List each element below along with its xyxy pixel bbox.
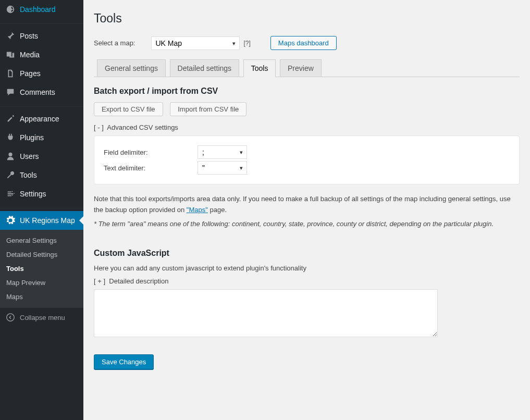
toggle-mark-icon: [ - ] xyxy=(94,123,104,131)
pages-icon xyxy=(5,68,16,79)
maps-dashboard-button[interactable]: Maps dashboard xyxy=(270,36,337,50)
footnote-text: * The term "area" means one of the follo… xyxy=(94,220,520,228)
sidebar-item-label: Dashboard xyxy=(20,5,56,14)
appearance-icon xyxy=(5,114,16,124)
sidebar-item-users[interactable]: Users xyxy=(0,147,83,166)
dashboard-icon xyxy=(5,4,16,15)
collapse-icon xyxy=(5,312,16,323)
sidebar-item-label: Posts xyxy=(20,32,38,40)
select-map-label: Select a map: xyxy=(94,39,135,47)
menu-separator xyxy=(0,206,83,208)
tab-preview[interactable]: Preview xyxy=(280,59,322,77)
map-select[interactable]: UK Map xyxy=(151,36,240,50)
gear-icon xyxy=(5,215,16,226)
tab-tools[interactable]: Tools xyxy=(243,59,276,77)
tab-general-settings[interactable]: General settings xyxy=(97,59,166,77)
section-heading-csv: Batch export / import from CSV xyxy=(94,87,520,96)
sidebar-item-pages[interactable]: Pages xyxy=(0,64,83,83)
advanced-csv-toggle[interactable]: [ - ] Advanced CSV settings xyxy=(94,123,520,131)
sidebar-item-label: Plugins xyxy=(20,133,44,142)
sidebar-item-settings[interactable]: Settings xyxy=(0,184,83,203)
sidebar-item-appearance[interactable]: Appearance xyxy=(0,109,83,128)
field-delimiter-label: Field delimiter: xyxy=(104,149,198,156)
toggle-mark-icon: [ + ] xyxy=(94,277,105,285)
text-delimiter-select[interactable]: " xyxy=(198,161,247,175)
settings-icon xyxy=(5,189,16,199)
help-icon[interactable]: [?] xyxy=(244,40,251,47)
menu-separator xyxy=(0,104,83,107)
svg-point-0 xyxy=(7,314,14,321)
sidebar-item-label: Pages xyxy=(20,69,41,78)
map-select-row: Select a map: UK Map [?] Maps dashboard xyxy=(94,36,520,50)
main-content: Tools Select a map: UK Map [?] Maps dash… xyxy=(83,0,530,420)
submenu-item-maps[interactable]: Maps xyxy=(0,290,83,304)
sidebar-item-label: Media xyxy=(20,51,40,59)
section-heading-js: Custom JavaScript xyxy=(94,249,520,258)
sidebar-item-label: Tools xyxy=(20,171,37,179)
detailed-description-toggle[interactable]: [ + ] Detailed description xyxy=(94,277,520,285)
collapse-menu[interactable]: Collapse menu xyxy=(0,307,83,327)
sidebar-item-uk-regions-map[interactable]: UK Regions Map xyxy=(0,211,83,230)
sidebar-item-label: Comments xyxy=(20,88,55,96)
sidebar-item-dashboard[interactable]: Dashboard xyxy=(0,0,83,19)
sidebar-item-media[interactable]: Media xyxy=(0,45,83,64)
submenu-item-map-preview[interactable]: Map Preview xyxy=(0,276,83,290)
admin-sidebar: Dashboard Posts Media Pages Comments App… xyxy=(0,0,83,420)
sidebar-item-comments[interactable]: Comments xyxy=(0,83,83,102)
custom-js-textarea[interactable] xyxy=(94,289,438,337)
submenu-item-tools[interactable]: Tools xyxy=(0,262,83,276)
export-csv-button[interactable]: Export to CSV file xyxy=(94,102,163,116)
toggle-label: Detailed description xyxy=(109,277,168,285)
submenu-item-general-settings[interactable]: General Settings xyxy=(0,233,83,248)
submenu: General Settings Detailed Settings Tools… xyxy=(0,230,83,307)
pin-icon xyxy=(5,31,16,41)
sidebar-item-tools[interactable]: Tools xyxy=(0,166,83,184)
menu-separator xyxy=(0,21,83,24)
users-icon xyxy=(5,151,16,162)
advanced-csv-panel: Field delimiter: ; Text delimiter: " xyxy=(94,135,520,184)
map-select-wrap: UK Map xyxy=(151,36,240,50)
text-delimiter-row: Text delimiter: " xyxy=(104,161,510,175)
field-delimiter-select[interactable]: ; xyxy=(198,145,247,159)
save-changes-button[interactable]: Save Changes xyxy=(94,354,154,369)
sidebar-item-label: Appearance xyxy=(20,115,59,123)
maps-page-link[interactable]: "Maps" xyxy=(187,206,208,214)
text-delimiter-label: Text delimiter: xyxy=(104,164,198,172)
submenu-item-detailed-settings[interactable]: Detailed Settings xyxy=(0,248,83,262)
media-icon xyxy=(5,50,16,60)
tab-detailed-settings[interactable]: Detailed settings xyxy=(170,59,240,77)
tools-icon xyxy=(5,170,16,180)
plugins-icon xyxy=(5,132,16,143)
sidebar-item-label: UK Regions Map xyxy=(20,216,75,225)
sidebar-item-posts[interactable]: Posts xyxy=(0,27,83,45)
sidebar-item-label: Users xyxy=(20,152,39,160)
comments-icon xyxy=(5,87,16,97)
page-title: Tools xyxy=(94,11,520,26)
tabs: General settings Detailed settings Tools… xyxy=(94,59,520,77)
note-text: Note that this tool exports/imports area… xyxy=(94,194,520,216)
sidebar-item-label: Settings xyxy=(20,190,46,198)
csv-button-row: Export to CSV file Import from CSV file xyxy=(94,102,520,116)
import-csv-button[interactable]: Import from CSV file xyxy=(170,102,246,116)
js-description: Here you can add any custom javascript t… xyxy=(94,264,520,272)
sidebar-item-plugins[interactable]: Plugins xyxy=(0,128,83,147)
toggle-label: Advanced CSV settings xyxy=(107,123,178,131)
collapse-label: Collapse menu xyxy=(20,314,65,322)
field-delimiter-row: Field delimiter: ; xyxy=(104,145,510,159)
